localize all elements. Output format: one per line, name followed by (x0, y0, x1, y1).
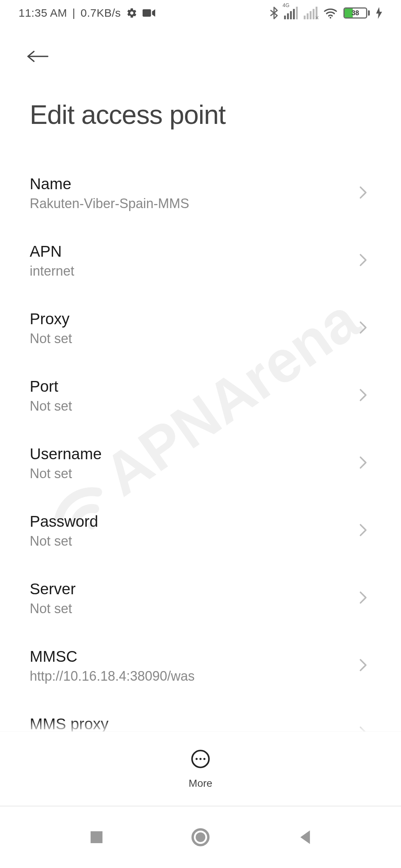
status-separator: | (72, 7, 75, 19)
apn-item-server[interactable]: Server Not set (0, 565, 401, 632)
apn-item-name[interactable]: Name Rakuten-Viber-Spain-MMS (0, 160, 401, 227)
setting-value: Not set (30, 533, 351, 549)
svg-point-6 (199, 758, 202, 760)
setting-label: APN (30, 243, 351, 260)
apn-item-mmsc[interactable]: MMSC http://10.16.18.4:38090/was (0, 632, 401, 700)
setting-label: Name (30, 175, 351, 193)
chevron-right-icon (359, 186, 368, 201)
more-label: More (189, 777, 212, 789)
chevron-right-icon (359, 591, 368, 606)
svg-point-2 (330, 17, 331, 18)
setting-label: Proxy (30, 310, 351, 328)
setting-label: MMSC (30, 648, 351, 665)
more-icon (190, 749, 211, 771)
svg-point-7 (203, 758, 206, 760)
app-bar (0, 26, 401, 73)
chevron-right-icon (359, 388, 368, 403)
apn-settings-list: Name Rakuten-Viber-Spain-MMS APN interne… (0, 145, 401, 767)
setting-value: internet (30, 263, 351, 279)
signal-4g-icon: 4G (284, 7, 298, 19)
chevron-right-icon (359, 658, 368, 673)
setting-label: Username (30, 445, 351, 463)
apn-item-port[interactable]: Port Not set (0, 362, 401, 430)
wifi-icon (323, 7, 338, 19)
svg-point-5 (196, 758, 198, 760)
status-time: 11:35 AM (19, 7, 67, 19)
svg-point-10 (196, 832, 205, 842)
charging-icon (376, 7, 382, 19)
camera-icon (143, 9, 155, 17)
nav-back-button[interactable] (286, 819, 323, 856)
apn-item-password[interactable]: Password Not set (0, 497, 401, 565)
navigation-bar (0, 806, 401, 868)
setting-label: Port (30, 378, 351, 395)
chevron-right-icon (359, 253, 368, 268)
status-bar: 11:35 AM | 0.7KB/s 4G ✕ (0, 0, 401, 26)
setting-value: Not set (30, 331, 351, 346)
setting-value: http://10.16.18.4:38090/was (30, 668, 351, 684)
svg-rect-8 (91, 831, 102, 843)
chevron-right-icon (359, 321, 368, 336)
bottom-action-bar: More (0, 731, 401, 806)
signal-nosim-icon: ✕ (304, 7, 317, 19)
setting-label: Server (30, 580, 351, 598)
setting-value: Rakuten-Viber-Spain-MMS (30, 196, 351, 211)
setting-value: Not set (30, 466, 351, 481)
page-title: Edit access point (0, 73, 401, 145)
apn-item-proxy[interactable]: Proxy Not set (0, 295, 401, 362)
nav-recents-button[interactable] (78, 819, 115, 856)
back-button[interactable] (26, 48, 50, 65)
gear-icon (126, 7, 137, 19)
status-data-rate: 0.7KB/s (81, 7, 121, 19)
svg-rect-1 (143, 9, 151, 17)
apn-item-apn[interactable]: APN internet (0, 227, 401, 295)
nav-home-button[interactable] (182, 819, 219, 856)
battery-icon: 38 (343, 7, 370, 19)
setting-label: Password (30, 513, 351, 530)
more-button[interactable]: More (189, 749, 212, 789)
apn-item-username[interactable]: Username Not set (0, 430, 401, 497)
chevron-right-icon (359, 523, 368, 538)
chevron-right-icon (359, 456, 368, 471)
bluetooth-icon (270, 7, 278, 19)
setting-value: Not set (30, 601, 351, 617)
setting-value: Not set (30, 398, 351, 414)
